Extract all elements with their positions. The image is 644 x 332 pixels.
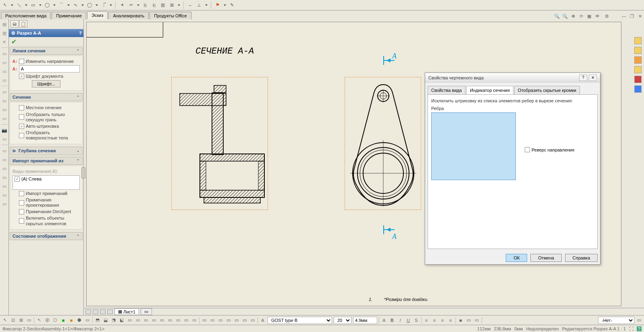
pan-icon[interactable]: ✥: [570, 13, 576, 19]
more-icon[interactable]: ⚙: [604, 13, 610, 19]
rotate-icon[interactable]: ⟳: [578, 13, 584, 19]
btool-bold-icon[interactable]: B: [389, 317, 395, 324]
vtool-18[interactable]: ▭: [1, 192, 8, 198]
btool-12[interactable]: ⬓: [102, 317, 109, 324]
section-view[interactable]: [171, 77, 268, 210]
feature-tree-tab[interactable]: 🗂: [10, 20, 19, 27]
vtool-12[interactable]: ▭: [1, 136, 8, 142]
btool-9[interactable]: ⬢: [76, 317, 83, 324]
dimxpert-checkbox[interactable]: [19, 209, 24, 214]
tab-evaluate[interactable]: Анализировать: [108, 12, 149, 19]
rtool-palette-icon[interactable]: [634, 76, 642, 83]
btool-17[interactable]: ▭: [143, 317, 149, 324]
close-icon[interactable]: ✕: [637, 13, 643, 19]
restore-icon[interactable]: ❐: [629, 13, 635, 19]
hidden-objects-checkbox[interactable]: [19, 218, 24, 224]
ellipse-icon[interactable]: ◯: [86, 2, 93, 8]
hide-show-icon[interactable]: 👁: [594, 13, 600, 19]
fillet-icon[interactable]: ⎾: [100, 2, 107, 8]
trim-icon[interactable]: ✂: [128, 2, 134, 8]
btool-6[interactable]: ⬡: [52, 317, 58, 324]
vtool-10[interactable]: ▭: [1, 106, 8, 113]
btool-layer-icon[interactable]: ▭: [636, 317, 642, 324]
btool-cursor-icon[interactable]: ↖: [36, 317, 42, 324]
btool-26[interactable]: ▭: [217, 317, 224, 324]
btool-23[interactable]: ▭: [191, 317, 197, 324]
tab-office[interactable]: Продукты Office: [150, 12, 191, 19]
btool-30[interactable]: ▭: [249, 317, 256, 324]
sheet-next[interactable]: [100, 309, 106, 314]
spline-icon[interactable]: ∿: [72, 2, 79, 8]
font-button[interactable]: Шрифт...: [32, 80, 60, 87]
property-tab[interactable]: 📋: [19, 20, 27, 27]
sketch-pen-icon[interactable]: ✎: [229, 2, 235, 8]
auto-hatch-checkbox[interactable]: ✓: [19, 124, 24, 129]
btool-color-icon[interactable]: ■: [457, 317, 464, 324]
vtool-7[interactable]: ▭: [1, 77, 8, 83]
btool-32[interactable]: ▭: [474, 317, 480, 324]
point-icon[interactable]: ✶: [119, 2, 125, 8]
status-icon[interactable]: ⛶: [629, 326, 634, 331]
arc-icon[interactable]: ⌒: [58, 2, 64, 8]
dialog-tab-hidden-edges[interactable]: Отобразить скрытые кромки: [514, 86, 580, 95]
vtool-1[interactable]: ▤: [1, 21, 8, 27]
vtool-11[interactable]: ▭: [1, 115, 8, 122]
dialog-titlebar[interactable]: Свойства чертежного вида ? ✕: [425, 73, 600, 83]
btool-align2[interactable]: ≡: [431, 317, 438, 324]
status-help-icon[interactable]: ?: [637, 326, 642, 331]
group-section[interactable]: Сечение⌃: [10, 93, 83, 101]
rect-icon[interactable]: ▭: [30, 2, 36, 8]
dialog-help-icon[interactable]: ?: [579, 75, 587, 81]
help-button[interactable]: Справка: [565, 254, 598, 262]
panel-splitter[interactable]: [81, 167, 85, 178]
btool-4[interactable]: ▭: [26, 317, 32, 324]
vtool-4[interactable]: ▭: [1, 50, 8, 57]
vtool-17[interactable]: ▭: [1, 183, 8, 189]
btool-italic-icon[interactable]: I: [397, 317, 403, 324]
btool-text-icon[interactable]: A: [260, 317, 266, 324]
btool-20[interactable]: ▭: [167, 317, 173, 324]
dialog-close-icon[interactable]: ✕: [589, 75, 597, 81]
sheet-last[interactable]: [107, 309, 113, 314]
btool-select-icon[interactable]: ↖: [2, 317, 8, 324]
btool-15[interactable]: ▭: [127, 317, 133, 324]
btool-29[interactable]: ▭: [241, 317, 248, 324]
zoom-in-icon[interactable]: 🔍: [554, 13, 560, 19]
font-name-select[interactable]: GOST type B: [268, 317, 332, 324]
rtool-resources-icon[interactable]: [634, 47, 642, 54]
doc-font-checkbox[interactable]: ✓: [19, 74, 24, 79]
btool-2[interactable]: ⊡: [10, 317, 16, 324]
tab-sketch[interactable]: Эскиз: [87, 11, 108, 19]
btool-8[interactable]: ■: [68, 317, 75, 324]
vtool-3[interactable]: ✕: [1, 39, 8, 45]
dimension-icon[interactable]: ↔: [187, 2, 193, 8]
tab-view-layout[interactable]: Расположение вида: [1, 12, 51, 19]
vtool-13[interactable]: ▭: [1, 147, 8, 154]
local-section-checkbox[interactable]: [19, 105, 24, 110]
sheet-prev[interactable]: [93, 309, 98, 314]
btool-25[interactable]: ▭: [209, 317, 216, 324]
rtool-explorer-icon[interactable]: [634, 66, 642, 73]
rtool-library-icon[interactable]: [634, 56, 642, 64]
help-icon[interactable]: ?: [79, 31, 82, 35]
relation-icon[interactable]: ⊥: [196, 2, 202, 8]
btool-align4[interactable]: ≡: [447, 317, 454, 324]
vtool-2[interactable]: ▥: [1, 30, 8, 36]
group-import-annotations[interactable]: Импорт примечаний из⌃: [10, 157, 83, 165]
flag-icon[interactable]: ⚑: [214, 2, 221, 8]
minimize-icon[interactable]: —: [621, 13, 627, 19]
vtool-camera[interactable]: 📷: [1, 127, 8, 133]
zoom-area-icon[interactable]: 🔍: [562, 13, 568, 19]
import-notes-checkbox[interactable]: [19, 191, 24, 196]
display-style-icon[interactable]: ▦: [586, 13, 592, 19]
btool-18[interactable]: ▭: [151, 317, 157, 324]
vtool-9[interactable]: ▭: [1, 98, 8, 104]
design-notes-checkbox[interactable]: [19, 200, 24, 205]
edges-listbox[interactable]: [431, 112, 516, 180]
btool-14[interactable]: ⬕: [118, 317, 125, 324]
section-depth-button[interactable]: ⊳Глубина сечения⌄: [10, 147, 83, 155]
vtool-16[interactable]: ▭: [1, 174, 8, 181]
vtool-15[interactable]: ▭: [1, 165, 8, 172]
rtool-appearance-icon[interactable]: [634, 85, 642, 93]
vtool-6[interactable]: ▭: [1, 68, 8, 75]
